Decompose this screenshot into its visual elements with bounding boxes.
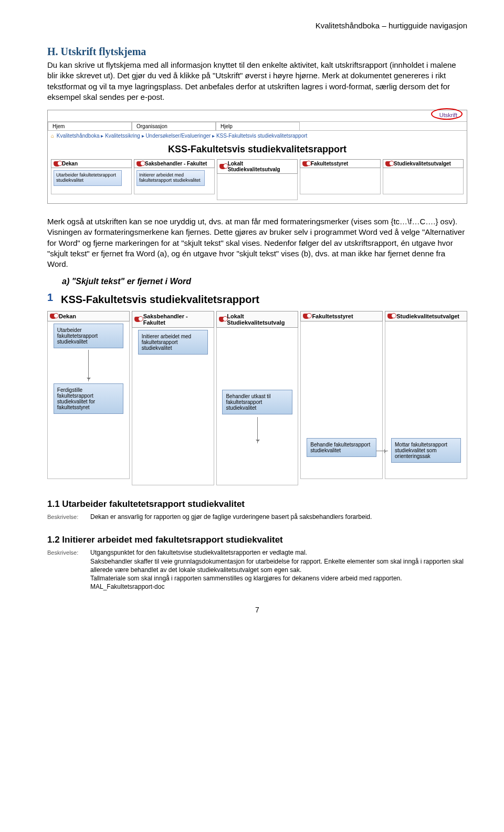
role-icon (303, 314, 310, 319)
crumb[interactable]: Undersøkelser/Evalueringer (145, 133, 211, 139)
nav-tabs: Hjem Organisasjon Hjelp (48, 122, 467, 131)
app-screenshot: Utskrift Hjem Organisasjon Hjelp ⌂ Kvali… (47, 110, 467, 204)
swimlane-saksbehandler: Saksbehandler - Fakultet Initierer arbei… (132, 311, 214, 485)
running-header: Kvalitetshåndboka – hurtigguide navigasj… (47, 21, 467, 46)
print-title: KSS-Fakultetsvis studiekvalitetsrapport (61, 292, 467, 311)
tab-organisation[interactable]: Organisasjon (132, 122, 216, 130)
option-a-heading: a) "Skjult tekst" er fjernet i Word (62, 277, 467, 286)
swimlane-lokalt: Lokalt Studiekvalitetsutvalg Behandler u… (216, 311, 299, 485)
task-box: Ferdigstille fakultetsrapport studiekval… (54, 383, 123, 414)
crumb[interactable]: KSS-Fakultetsvis studiekvalitetsrapport (216, 133, 307, 139)
description-text: Utgangspunktet for den fakultetsvise stu… (90, 548, 467, 591)
tab-help[interactable]: Hjelp (216, 122, 300, 130)
task-box[interactable]: Initierer arbeidet med fakultetsrapport … (136, 170, 205, 186)
description-text: Dekan er ansvarlig for rapporten og gjør… (90, 513, 467, 521)
crumb[interactable]: Kvalitetshåndboka (57, 133, 100, 139)
role-icon (219, 317, 225, 322)
role-icon (219, 164, 226, 169)
description-label: Beskrivelse: (47, 548, 84, 591)
role-icon (50, 314, 57, 319)
task-box: Behandler utkast til fakultetsrapport st… (222, 390, 292, 414)
subsection-1-1: 1.1 Utarbeider fakultetetsrapport studie… (47, 499, 467, 509)
role-icon (387, 314, 394, 319)
swimlane: Studiekvalitetsutvalget (383, 159, 464, 200)
home-icon[interactable]: ⌂ (51, 133, 54, 139)
swimlane: Saksbehandler - Fakultet Initierer arbei… (134, 159, 215, 200)
role-icon (302, 161, 309, 167)
annotation-circle (431, 108, 463, 120)
chart-title: KSS-Fakultetsvis studiekvalitetsrapport (48, 141, 467, 159)
explain-paragraph: Merk også at utskriften kan se noe urydd… (47, 216, 467, 269)
print-screenshot: 1 KSS-Fakultetsvis studiekvalitetsrappor… (47, 292, 467, 485)
swimlane: Dekan Utarbeider fakultetetsrapport stud… (51, 159, 132, 200)
role-icon (385, 161, 392, 167)
task-box: Mottar fakultetsrapport studiekvalitet s… (391, 438, 461, 463)
task-box: Initierer arbeidet med fakultetsrapport … (138, 330, 208, 355)
crumb[interactable]: Kvalitetssikring (105, 133, 140, 139)
swimlane-dekan: Dekan Utarbeider fakultetetsrapport stud… (47, 311, 130, 485)
swimlane: Fakultetsstyret (300, 159, 381, 200)
role-icon (136, 161, 143, 167)
intro-paragraph: Du kan skrive ut flytskjema med all info… (47, 60, 467, 102)
tab-home[interactable]: Hjem (48, 122, 132, 130)
subsection-1-2: 1.2 Initierer arbeidet med fakultetsrapp… (47, 535, 467, 545)
arrow-icon (257, 417, 258, 443)
task-box: Behandle fakultetsrapport studiekvalitet (307, 438, 376, 457)
task-box[interactable]: Utarbeider fakultetetsrapport studiekval… (54, 170, 122, 186)
role-icon (54, 161, 60, 167)
role-icon (134, 317, 141, 322)
task-box: Utarbeider fakultetetsrapport studiekval… (54, 324, 123, 348)
swimlane-sku: Studiekvalitetsutvalget Mottar fakultets… (385, 311, 467, 485)
description-label: Beskrivelse: (47, 513, 84, 521)
page-number: 7 (47, 606, 467, 614)
section-number: 1 (47, 292, 53, 304)
breadcrumb: ⌂ Kvalitetshåndboka ▸ Kvalitetssikring ▸… (48, 131, 467, 141)
swimlane: Lokalt Studiekvalitetsutvalg (217, 159, 298, 200)
arrow-icon (88, 350, 89, 381)
swimlane-fakultetsstyret: Fakultetsstyret Behandle fakultetsrappor… (300, 311, 383, 485)
section-heading: H. Utskrift flytskjema (47, 46, 467, 58)
